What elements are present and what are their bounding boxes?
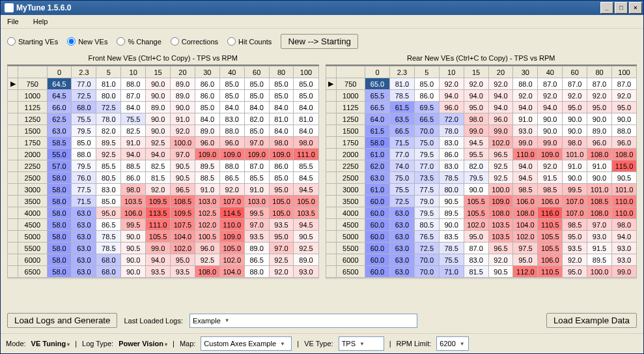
row-header[interactable]: 3000 [18,184,48,196]
grid-cell[interactable]: 90.5 [171,172,195,184]
grid-cell[interactable]: 81.0 [389,78,414,90]
grid-cell[interactable]: 89.5 [96,137,121,149]
grid-cell[interactable]: 78.0 [96,113,121,125]
grid-cell[interactable]: 95.0 [269,184,294,196]
grid-cell[interactable]: 72.5 [389,196,414,207]
row-marker[interactable] [326,125,336,137]
grid-cell[interactable]: 88.0 [219,160,244,172]
grid-cell[interactable]: 77.5 [72,184,96,196]
grid-cell[interactable]: 60.0 [365,243,390,254]
grid-cell[interactable]: 63.0 [389,219,414,231]
grid-cell[interactable]: 98.0 [121,184,146,196]
row-header[interactable]: 6500 [18,266,48,278]
grid-cell[interactable]: 95.5 [464,149,488,160]
row-marker[interactable]: ▶ [8,78,18,90]
row-marker[interactable] [8,90,18,102]
grid-cell[interactable]: 89.5 [439,207,464,219]
grid-cell[interactable]: 94.0 [439,90,464,102]
grid-cell[interactable]: 62.5 [47,113,72,125]
grid-cell[interactable]: 94.0 [121,149,146,160]
grid-cell[interactable]: 99.0 [513,137,538,149]
grid-cell[interactable]: 94.0 [464,90,488,102]
grid-cell[interactable]: 110.5 [538,219,563,231]
row-marker[interactable] [8,219,18,231]
grid-cell[interactable]: 92.0 [611,90,636,102]
grid-cell[interactable]: 93.5 [244,231,269,243]
grid-cell[interactable]: 82.5 [146,160,171,172]
grid-cell[interactable]: 85.0 [244,125,269,137]
grid-cell[interactable]: 58.0 [365,137,390,149]
grid-cell[interactable]: 96.0 [611,137,636,149]
grid-cell[interactable]: 92.0 [219,184,244,196]
col-header[interactable]: 60 [244,66,269,78]
grid-cell[interactable]: 88.5 [121,160,146,172]
col-header[interactable]: 15 [464,66,488,78]
grid-cell[interactable]: 66.5 [389,125,414,137]
grid-cell[interactable]: 63.0 [72,254,96,266]
col-header[interactable]: 100 [294,66,318,78]
grid-cell[interactable]: 84.0 [294,102,318,113]
grid-cell[interactable]: 90.5 [171,160,195,172]
grid-cell[interactable]: 92.0 [538,90,563,102]
grid-cell[interactable]: 91.0 [513,113,538,125]
grid-cell[interactable]: 106.0 [121,207,146,219]
grid-cell[interactable]: 91.0 [195,184,219,196]
minimize-button[interactable]: _ [600,2,613,14]
mode-value[interactable]: VE Tuning▾ [31,340,70,347]
grid-cell[interactable]: 105.5 [538,243,563,254]
grid-cell[interactable]: 101.0 [611,184,636,196]
row-marker[interactable] [8,125,18,137]
grid-cell[interactable]: 90.5 [611,172,636,184]
row-header[interactable]: 6000 [336,254,365,266]
row-header[interactable]: 5500 [336,243,365,254]
row-header[interactable]: 3500 [18,196,48,207]
grid-cell[interactable]: 81.5 [464,266,488,278]
grid-cell[interactable]: 84.5 [294,172,318,184]
row-marker[interactable] [8,137,18,149]
grid-cell[interactable]: 58.0 [47,207,72,219]
grid-cell[interactable]: 107.0 [219,196,244,207]
grid-cell[interactable]: 89.0 [244,243,269,254]
row-marker[interactable] [326,172,336,184]
grid-cell[interactable]: 108.0 [611,149,636,160]
maximize-button[interactable]: □ [615,2,628,14]
radio-hits[interactable]: Hit Counts [227,37,272,46]
grid-cell[interactable]: 94.0 [513,102,538,113]
row-header[interactable]: 3000 [336,184,365,196]
grid-cell[interactable]: 93.0 [587,231,612,243]
grid-cell[interactable]: 100.0 [171,137,195,149]
grid-cell[interactable]: 96.0 [219,137,244,149]
grid-cell[interactable]: 87.0 [121,90,146,102]
grid-cell[interactable]: 100.0 [587,266,612,278]
grid-cell[interactable]: 103.5 [488,219,513,231]
grid-cell[interactable]: 85.0 [269,78,294,90]
col-header[interactable]: 10 [121,66,146,78]
grid-cell[interactable]: 95.0 [587,102,612,113]
grid-cell[interactable]: 90.0 [146,125,171,137]
grid-cell[interactable]: 97.0 [244,219,269,231]
grid-cell[interactable]: 98.0 [611,219,636,231]
grid-cell[interactable]: 108.0 [587,207,612,219]
grid-cell[interactable]: 92.0 [488,254,513,266]
grid-cell[interactable]: 113.5 [146,207,171,219]
grid-cell[interactable]: 63.0 [365,172,390,184]
grid-cell[interactable]: 57.0 [47,160,72,172]
rear-grid[interactable]: 02.3510152030406080100▶75065.081.085.092… [326,66,637,278]
grid-cell[interactable]: 86.0 [195,90,219,102]
grid-cell[interactable]: 90.0 [439,219,464,231]
grid-cell[interactable]: 63.0 [389,266,414,278]
grid-cell[interactable]: 93.0 [611,254,636,266]
grid-cell[interactable]: 102.0 [219,254,244,266]
grid-cell[interactable]: 58.0 [47,243,72,254]
grid-cell[interactable]: 102.0 [488,137,513,149]
grid-cell[interactable]: 102.0 [171,243,195,254]
grid-cell[interactable]: 92.5 [195,254,219,266]
grid-cell[interactable]: 82.0 [244,113,269,125]
grid-cell[interactable]: 89.0 [195,125,219,137]
grid-cell[interactable]: 63.0 [72,266,96,278]
grid-cell[interactable]: 89.0 [294,254,318,266]
col-header[interactable]: 10 [439,66,464,78]
grid-cell[interactable]: 80.5 [96,172,121,184]
row-header[interactable]: 4000 [18,207,48,219]
grid-cell[interactable]: 61.0 [365,149,390,160]
